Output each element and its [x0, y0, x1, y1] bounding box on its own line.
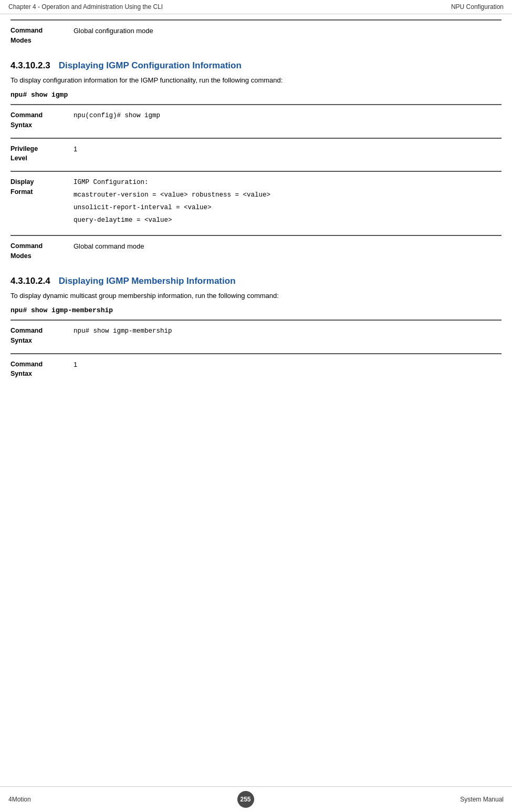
- desc-command-modes-2: Global command mode: [74, 241, 501, 261]
- section-body-text-1: To display configuration information for…: [11, 76, 283, 84]
- section-num-1: 4.3.10.2.3: [11, 60, 50, 71]
- def-row-privilege-1: PrivilegeLevel 1: [11, 138, 501, 169]
- desc-syntax-1: npu(config)# show igmp: [74, 110, 501, 130]
- def-row-display-format: DisplayFormat IGMP Configuration: mcastr…: [11, 171, 501, 233]
- desc-syntax-2: npu# show igmp-membership: [74, 326, 501, 346]
- term-display-format: DisplayFormat: [11, 177, 74, 228]
- section-title-2: Displaying IGMP Membership Information: [59, 276, 236, 286]
- display-line-4: query-delaytime = <value>: [74, 215, 501, 225]
- term-privilege-1: PrivilegeLevel: [11, 144, 74, 164]
- term-command-modes-2: CommandModes: [11, 241, 74, 261]
- section-body-2: To display dynamic multicast group membe…: [11, 291, 501, 317]
- page-footer: 4Motion 255 System Manual: [0, 786, 512, 812]
- def-row-command-modes-2: CommandModes Global command mode: [11, 235, 501, 266]
- display-line-3: unsolicit-report-interval = <value>: [74, 202, 501, 213]
- term-syntax-1: CommandSyntax: [11, 110, 74, 130]
- main-content: CommandModes Global configuration mode 4…: [0, 14, 512, 418]
- section-body-1: To display configuration information for…: [11, 75, 501, 101]
- section-body-text-2: To display dynamic multicast group membe…: [11, 292, 279, 300]
- desc-command-modes-1: Global configuration mode: [74, 26, 501, 46]
- def-row-syntax-3: CommandSyntax 1: [11, 353, 501, 385]
- footer-page-number: 255: [237, 791, 254, 808]
- def-row-syntax-1: CommandSyntax npu(config)# show igmp: [11, 104, 501, 136]
- page-header: Chapter 4 - Operation and Administration…: [0, 0, 512, 14]
- desc-syntax-3: 1: [74, 359, 501, 379]
- header-right: NPU Configuration: [451, 3, 504, 11]
- section-title-1: Displaying IGMP Configuration Informatio…: [59, 60, 242, 71]
- section-command-1: npu# show igmp: [11, 90, 501, 101]
- display-line-2: mcastrouter-version = <value> robustness…: [74, 190, 501, 200]
- section-heading-4-3-10-2-3: 4.3.10.2.3 Displaying IGMP Configuration…: [11, 60, 501, 71]
- desc-display-format: IGMP Configuration: mcastrouter-version …: [74, 177, 501, 228]
- section-command-2: npu# show igmp-membership: [11, 305, 501, 316]
- display-line-1: IGMP Configuration:: [74, 177, 501, 188]
- def-row-command-modes-1: CommandModes Global configuration mode: [11, 19, 501, 51]
- header-left: Chapter 4 - Operation and Administration…: [8, 3, 163, 11]
- term-command-modes-1: CommandModes: [11, 26, 74, 46]
- term-syntax-2: CommandSyntax: [11, 326, 74, 346]
- footer-right: System Manual: [460, 796, 504, 803]
- def-row-syntax-2: CommandSyntax npu# show igmp-membership: [11, 320, 501, 351]
- desc-privilege-1: 1: [74, 144, 501, 164]
- section-heading-4-3-10-2-4: 4.3.10.2.4 Displaying IGMP Membership In…: [11, 276, 501, 286]
- footer-left: 4Motion: [8, 796, 31, 803]
- section-num-2: 4.3.10.2.4: [11, 276, 50, 286]
- term-syntax-3: CommandSyntax: [11, 359, 74, 379]
